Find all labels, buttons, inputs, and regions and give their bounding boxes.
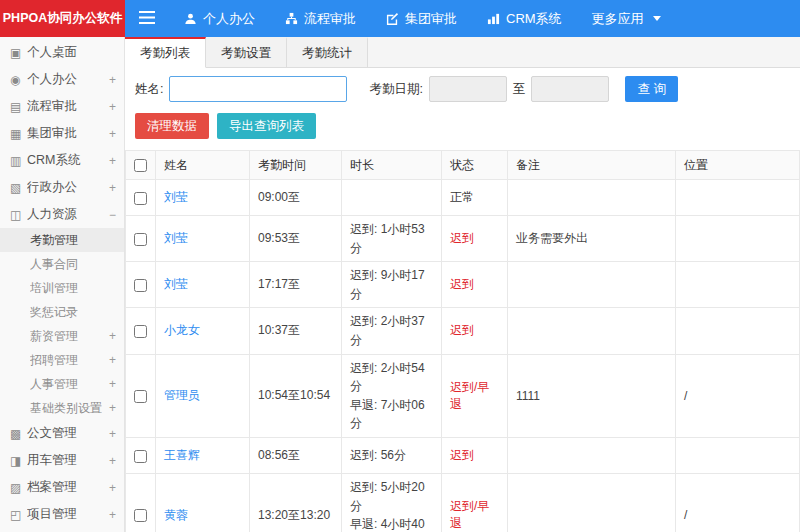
location-cell <box>676 437 800 473</box>
group-approval-icon <box>10 127 27 141</box>
sidebar-item-personnel-management[interactable]: 人事管理 + <box>0 372 124 396</box>
location-cell <box>676 308 800 354</box>
desktop-icon <box>10 46 27 60</box>
expand-plus-icon: + <box>106 73 116 87</box>
employee-name-link[interactable]: 管理员 <box>164 388 200 402</box>
employee-name-link[interactable]: 刘莹 <box>164 190 188 204</box>
search-button[interactable]: 查 询 <box>625 76 677 102</box>
duration-cell: 迟到: 5小时20分 早退: 4小时40分 <box>342 473 442 532</box>
nav-user-icon <box>184 12 197 25</box>
tab-attendance-settings[interactable]: 考勤设置 <box>206 37 287 67</box>
row-checkbox[interactable] <box>134 390 147 403</box>
duration-cell: 迟到: 1小时53分 <box>342 216 442 262</box>
nav-edit-icon <box>386 12 399 25</box>
select-all-checkbox[interactable] <box>134 159 147 172</box>
table-row: 刘莹 17:17至 迟到: 9小时17分 迟到 <box>126 262 800 308</box>
nav-item-personal-office[interactable]: 个人办公 <box>169 0 270 37</box>
row-checkbox[interactable] <box>134 450 147 463</box>
sidebar-item-document-management[interactable]: 公文管理 + <box>0 420 124 447</box>
col-header-time: 考勤时间 <box>250 151 342 180</box>
table-row: 王喜辉 08:56至 迟到: 56分 迟到 <box>126 437 800 473</box>
status-cell: 迟到 <box>442 262 508 308</box>
attendance-time-cell: 09:00至 <box>250 180 342 216</box>
nav-item-label: 个人办公 <box>203 10 255 28</box>
nav-item-more-apps[interactable]: 更多应用 <box>577 0 676 37</box>
location-cell <box>676 262 800 308</box>
row-checkbox[interactable] <box>134 325 147 338</box>
date-from-input[interactable] <box>429 76 507 102</box>
sidebar-item-reward-punishment[interactable]: 奖惩记录 <box>0 300 124 324</box>
remark-cell: 1111 <box>508 354 676 437</box>
nav-item-process-approval[interactable]: 流程审批 <box>270 0 371 37</box>
remark-cell <box>508 180 676 216</box>
sidebar-item-vehicle-management[interactable]: 用车管理 + <box>0 447 124 474</box>
app-window: PHPOA协同办公软件 个人办公 流程审批 集团审批 <box>0 0 800 532</box>
row-checkbox[interactable] <box>134 509 147 522</box>
sidebar-item-attendance-management[interactable]: 考勤管理 <box>0 228 124 252</box>
employee-name-link[interactable]: 刘莹 <box>164 231 188 245</box>
expand-plus-icon: + <box>106 401 116 415</box>
table-row: 黄蓉 13:20至13:20 迟到: 5小时20分 早退: 4小时40分 迟到/… <box>126 473 800 532</box>
sidebar-item-basic-category-settings[interactable]: 基础类别设置 + <box>0 396 124 420</box>
action-bar: 清理数据 导出查询列表 <box>125 110 800 150</box>
nav-item-label: CRM系统 <box>506 10 562 28</box>
sidebar-item-admin-office[interactable]: 行政办公 + <box>0 174 124 201</box>
nav-item-group-approval[interactable]: 集团审批 <box>371 0 472 37</box>
expand-plus-icon: + <box>106 481 116 495</box>
table-row: 管理员 10:54至10:54 迟到: 2小时54分 早退: 7小时06分 迟到… <box>126 354 800 437</box>
employee-name-link[interactable]: 刘莹 <box>164 277 188 291</box>
attendance-time-cell: 10:54至10:54 <box>250 354 342 437</box>
name-filter-label: 姓名: <box>135 81 163 98</box>
flow-icon <box>10 100 27 114</box>
employee-name-link[interactable]: 黄蓉 <box>164 508 188 522</box>
sidebar-item-training-management[interactable]: 培训管理 <box>0 276 124 300</box>
app-logo: PHPOA协同办公软件 <box>0 0 125 37</box>
location-cell: / <box>676 354 800 437</box>
employee-name-link[interactable]: 王喜辉 <box>164 448 200 462</box>
row-checkbox[interactable] <box>134 192 147 205</box>
car-icon <box>10 454 27 468</box>
status-cell: 迟到 <box>442 216 508 262</box>
main-content: 考勤列表 考勤设置 考勤统计 姓名: 考勤日期: 至 查 询 清理数据 导出查询… <box>125 37 800 532</box>
clean-data-button[interactable]: 清理数据 <box>135 113 209 139</box>
sidebar-item-recruitment-management[interactable]: 招聘管理 + <box>0 348 124 372</box>
attendance-table: 姓名 考勤时间 时长 状态 备注 位置 刘莹 09:00至 <box>125 150 800 532</box>
sidebar-item-group-approval[interactable]: 集团审批 + <box>0 120 124 147</box>
nav-item-label: 流程审批 <box>304 10 356 28</box>
nav-item-crm[interactable]: CRM系统 <box>472 0 577 37</box>
menu-toggle-button[interactable] <box>125 0 169 37</box>
document-icon <box>10 427 27 441</box>
attendance-time-cell: 17:17至 <box>250 262 342 308</box>
top-navbar: PHPOA协同办公软件 个人办公 流程审批 集团审批 <box>0 0 800 37</box>
sidebar-item-archive-management[interactable]: 档案管理 + <box>0 474 124 501</box>
sidebar-item-crm[interactable]: CRM系统 + <box>0 147 124 174</box>
expand-plus-icon: + <box>106 377 116 391</box>
employee-name-link[interactable]: 小龙女 <box>164 323 200 337</box>
expand-plus-icon: + <box>106 181 116 195</box>
duration-cell: 迟到: 2小时54分 早退: 7小时06分 <box>342 354 442 437</box>
attendance-table-wrap: 姓名 考勤时间 时长 状态 备注 位置 刘莹 09:00至 <box>125 150 800 532</box>
expand-plus-icon: + <box>106 353 116 367</box>
sidebar-item-hr-contract[interactable]: 人事合同 <box>0 252 124 276</box>
sidebar-item-project-management[interactable]: 项目管理 + <box>0 501 124 528</box>
row-checkbox[interactable] <box>134 279 147 292</box>
col-header-remark: 备注 <box>508 151 676 180</box>
sidebar-item-personal-desktop[interactable]: 个人桌面 <box>0 39 124 66</box>
remark-cell <box>508 308 676 354</box>
date-to-input[interactable] <box>531 76 609 102</box>
export-list-button[interactable]: 导出查询列表 <box>217 113 316 139</box>
attendance-time-cell: 13:20至13:20 <box>250 473 342 532</box>
sidebar-item-hr[interactable]: 人力资源 − <box>0 201 124 228</box>
attendance-time-cell: 10:37至 <box>250 308 342 354</box>
location-cell <box>676 180 800 216</box>
tab-attendance-list[interactable]: 考勤列表 <box>125 37 206 68</box>
row-checkbox[interactable] <box>134 233 147 246</box>
expand-plus-icon: + <box>106 427 116 441</box>
status-cell: 迟到/早退 <box>442 354 508 437</box>
sidebar-item-process-approval[interactable]: 流程审批 + <box>0 93 124 120</box>
sidebar: 个人桌面 个人办公 + 流程审批 + 集团审批 + CRM系统 + <box>0 37 125 532</box>
sidebar-item-salary-management[interactable]: 薪资管理 + <box>0 324 124 348</box>
name-filter-input[interactable] <box>169 76 347 102</box>
tab-attendance-statistics[interactable]: 考勤统计 <box>287 37 368 67</box>
sidebar-item-personal-office[interactable]: 个人办公 + <box>0 66 124 93</box>
